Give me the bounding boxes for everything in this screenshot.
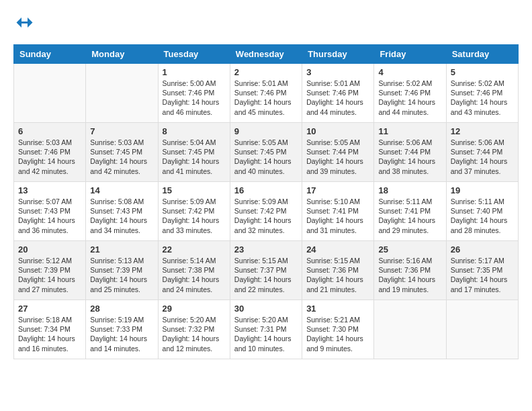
cell-content: Sunrise: 5:12 AM Sunset: 7:39 PM Dayligh… [18,256,81,294]
cell-content: Sunrise: 5:09 AM Sunset: 7:42 PM Dayligh… [163,197,226,235]
cell-content: Sunrise: 5:08 AM Sunset: 7:43 PM Dayligh… [90,197,153,235]
day-number: 28 [90,304,153,314]
calendar-cell: 31Sunrise: 5:21 AM Sunset: 7:30 PM Dayli… [302,300,374,359]
day-number: 17 [306,185,369,195]
cell-content: Sunrise: 5:09 AM Sunset: 7:42 PM Dayligh… [234,197,298,235]
week-row-2: 6Sunrise: 5:03 AM Sunset: 7:46 PM Daylig… [14,123,519,182]
days-of-week-row: SundayMondayTuesdayWednesdayThursdayFrid… [14,45,519,64]
day-number: 18 [378,185,441,195]
day-number: 2 [234,67,298,77]
day-number: 29 [163,304,226,314]
cell-content: Sunrise: 5:06 AM Sunset: 7:44 PM Dayligh… [451,138,514,176]
calendar-cell: 15Sunrise: 5:09 AM Sunset: 7:42 PM Dayli… [158,182,230,241]
calendar-cell: 11Sunrise: 5:06 AM Sunset: 7:44 PM Dayli… [374,123,446,182]
cell-content: Sunrise: 5:10 AM Sunset: 7:41 PM Dayligh… [306,197,369,235]
day-number: 23 [234,244,298,255]
day-header-wednesday: Wednesday [230,45,302,64]
calendar-header: SundayMondayTuesdayWednesdayThursdayFrid… [14,45,519,64]
calendar-cell: 16Sunrise: 5:09 AM Sunset: 7:42 PM Dayli… [230,182,302,241]
day-number: 14 [90,185,153,195]
cell-content: Sunrise: 5:03 AM Sunset: 7:45 PM Dayligh… [90,138,153,176]
calendar-cell: 19Sunrise: 5:11 AM Sunset: 7:40 PM Dayli… [446,182,518,241]
day-number: 15 [163,185,226,195]
calendar-cell: 14Sunrise: 5:08 AM Sunset: 7:43 PM Dayli… [86,182,158,241]
calendar-body: 1Sunrise: 5:00 AM Sunset: 7:46 PM Daylig… [14,64,519,359]
calendar-cell: 21Sunrise: 5:13 AM Sunset: 7:39 PM Dayli… [86,241,158,300]
cell-content: Sunrise: 5:14 AM Sunset: 7:38 PM Dayligh… [163,256,226,294]
calendar-cell: 10Sunrise: 5:05 AM Sunset: 7:44 PM Dayli… [302,123,374,182]
logo [13,13,36,34]
day-header-saturday: Saturday [446,45,518,64]
day-number: 30 [234,304,298,314]
cell-content: Sunrise: 5:11 AM Sunset: 7:41 PM Dayligh… [378,197,441,235]
calendar-cell: 2Sunrise: 5:01 AM Sunset: 7:46 PM Daylig… [230,64,302,123]
day-number: 11 [378,126,441,136]
cell-content: Sunrise: 5:20 AM Sunset: 7:31 PM Dayligh… [234,315,298,353]
calendar-cell: 25Sunrise: 5:16 AM Sunset: 7:36 PM Dayli… [374,241,446,300]
day-number: 3 [306,67,369,77]
cell-content: Sunrise: 5:05 AM Sunset: 7:44 PM Dayligh… [306,138,369,176]
day-number: 20 [18,244,81,255]
week-row-4: 20Sunrise: 5:12 AM Sunset: 7:39 PM Dayli… [14,241,519,300]
cell-content: Sunrise: 5:00 AM Sunset: 7:46 PM Dayligh… [163,79,226,117]
calendar-cell: 1Sunrise: 5:00 AM Sunset: 7:46 PM Daylig… [158,64,230,123]
day-number: 22 [163,244,226,255]
calendar-cell: 12Sunrise: 5:06 AM Sunset: 7:44 PM Dayli… [446,123,518,182]
cell-content: Sunrise: 5:20 AM Sunset: 7:32 PM Dayligh… [163,315,226,353]
day-number: 16 [234,185,298,195]
page-header [13,13,519,34]
day-header-monday: Monday [86,45,158,64]
cell-content: Sunrise: 5:15 AM Sunset: 7:37 PM Dayligh… [234,256,298,294]
day-number: 6 [18,126,81,136]
calendar-cell: 4Sunrise: 5:02 AM Sunset: 7:46 PM Daylig… [374,64,446,123]
calendar-table: SundayMondayTuesdayWednesdayThursdayFrid… [13,44,519,359]
calendar-cell: 13Sunrise: 5:07 AM Sunset: 7:43 PM Dayli… [14,182,86,241]
cell-content: Sunrise: 5:07 AM Sunset: 7:43 PM Dayligh… [18,197,81,235]
cell-content: Sunrise: 5:15 AM Sunset: 7:36 PM Dayligh… [306,256,369,294]
cell-content: Sunrise: 5:06 AM Sunset: 7:44 PM Dayligh… [378,138,441,176]
calendar-cell: 6Sunrise: 5:03 AM Sunset: 7:46 PM Daylig… [14,123,86,182]
day-number: 12 [451,126,514,136]
calendar-cell: 7Sunrise: 5:03 AM Sunset: 7:45 PM Daylig… [86,123,158,182]
cell-content: Sunrise: 5:19 AM Sunset: 7:33 PM Dayligh… [90,315,153,353]
day-header-tuesday: Tuesday [158,45,230,64]
calendar-cell: 20Sunrise: 5:12 AM Sunset: 7:39 PM Dayli… [14,241,86,300]
cell-content: Sunrise: 5:13 AM Sunset: 7:39 PM Dayligh… [90,256,153,294]
cell-content: Sunrise: 5:02 AM Sunset: 7:46 PM Dayligh… [378,79,441,117]
day-number: 9 [234,126,298,136]
calendar-cell: 3Sunrise: 5:01 AM Sunset: 7:46 PM Daylig… [302,64,374,123]
calendar-cell [446,300,518,359]
day-number: 1 [163,67,226,77]
calendar-cell: 8Sunrise: 5:04 AM Sunset: 7:45 PM Daylig… [158,123,230,182]
calendar-cell: 27Sunrise: 5:18 AM Sunset: 7:34 PM Dayli… [14,300,86,359]
calendar-cell: 18Sunrise: 5:11 AM Sunset: 7:41 PM Dayli… [374,182,446,241]
calendar-cell: 24Sunrise: 5:15 AM Sunset: 7:36 PM Dayli… [302,241,374,300]
cell-content: Sunrise: 5:01 AM Sunset: 7:46 PM Dayligh… [306,79,369,117]
day-number: 13 [18,185,81,195]
cell-content: Sunrise: 5:18 AM Sunset: 7:34 PM Dayligh… [18,315,81,353]
day-number: 21 [90,244,153,255]
week-row-5: 27Sunrise: 5:18 AM Sunset: 7:34 PM Dayli… [14,300,519,359]
day-number: 26 [451,244,514,255]
calendar-cell [86,64,158,123]
day-header-sunday: Sunday [14,45,86,64]
cell-content: Sunrise: 5:21 AM Sunset: 7:30 PM Dayligh… [306,315,369,353]
calendar-cell: 28Sunrise: 5:19 AM Sunset: 7:33 PM Dayli… [86,300,158,359]
week-row-1: 1Sunrise: 5:00 AM Sunset: 7:46 PM Daylig… [14,64,519,123]
calendar-cell [14,64,86,123]
day-number: 5 [451,67,514,77]
day-number: 27 [18,304,81,314]
cell-content: Sunrise: 5:05 AM Sunset: 7:45 PM Dayligh… [234,138,298,176]
day-number: 10 [306,126,369,136]
calendar-cell: 5Sunrise: 5:02 AM Sunset: 7:46 PM Daylig… [446,64,518,123]
cell-content: Sunrise: 5:04 AM Sunset: 7:45 PM Dayligh… [163,138,226,176]
calendar-cell [374,300,446,359]
day-header-thursday: Thursday [302,45,374,64]
day-number: 24 [306,244,369,255]
calendar-cell: 29Sunrise: 5:20 AM Sunset: 7:32 PM Dayli… [158,300,230,359]
logo-icon [13,13,34,34]
cell-content: Sunrise: 5:01 AM Sunset: 7:46 PM Dayligh… [234,79,298,117]
calendar-cell: 23Sunrise: 5:15 AM Sunset: 7:37 PM Dayli… [230,241,302,300]
day-number: 31 [306,304,369,314]
cell-content: Sunrise: 5:16 AM Sunset: 7:36 PM Dayligh… [378,256,441,294]
